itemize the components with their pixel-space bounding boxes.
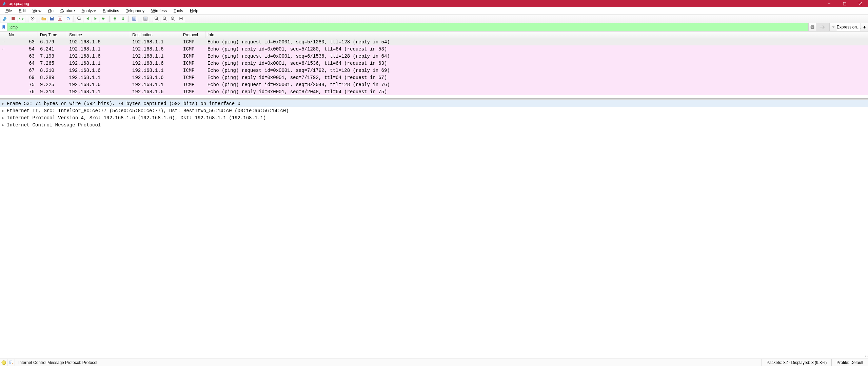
menubar: FileEditViewGoCaptureAnalyzeStatisticsTe… [0,7,868,15]
packet-row[interactable]: ←546.241192.168.1.1192.168.1.6ICMPEcho (… [0,45,868,53]
svg-rect-1 [843,2,846,5]
detail-text: Ethernet II, Src: IntelCor_8c:ce:77 (5c:… [7,108,289,114]
next-button[interactable] [92,15,99,22]
reload-button[interactable] [64,15,72,22]
packet-list-header[interactable]: No Day Time Source Destination Protocol … [0,32,868,38]
titlebar: arp.pcapng [0,0,868,7]
options-button[interactable] [29,15,36,22]
goto-button[interactable] [100,15,107,22]
colorize-button[interactable] [142,15,149,22]
window-title: arp.pcapng [9,1,29,6]
app-icon [2,1,7,6]
svg-rect-8 [51,17,53,18]
expression-button[interactable]: Expression… [837,23,861,31]
svg-point-10 [78,17,80,20]
packet-list: No Day Time Source Destination Protocol … [0,32,868,99]
status-profile[interactable]: Profile: Default [832,359,868,366]
col-header-proto[interactable]: Protocol [181,32,205,38]
capture-file-properties-button[interactable] [7,359,15,366]
svg-point-19 [2,361,6,365]
detail-row[interactable]: ▶Internet Protocol Version 4, Src: 192.1… [0,114,868,121]
packet-row[interactable]: 698.289192.168.1.1192.168.1.6ICMPEcho (p… [0,74,868,81]
svg-point-11 [102,18,103,19]
menu-edit[interactable]: Edit [15,7,29,14]
bookmark-filter-icon[interactable] [0,23,7,31]
detail-row[interactable]: ▶Internet Control Message Protocol [0,121,868,128]
svg-text:1: 1 [172,17,173,19]
menu-capture[interactable]: Capture [57,7,78,14]
detail-text: Frame 53: 74 bytes on wire (592 bits), 7… [7,101,240,106]
chevron-right-icon: ▶ [2,123,7,127]
packet-row[interactable]: 647.265192.168.1.1192.168.1.6ICMPEcho (p… [0,60,868,67]
zoom-reset-button[interactable]: 1 [169,15,177,22]
statusbar: Internet Control Message Protocol: Proto… [0,359,868,366]
packet-row[interactable]: →536.179192.168.1.6192.168.1.1ICMPEcho (… [0,38,868,45]
menu-tools[interactable]: Tools [170,7,186,14]
chevron-right-icon: ▶ [2,109,7,113]
packet-details: ▶Frame 53: 74 bytes on wire (592 bits), … [0,100,868,359]
save-button[interactable] [48,15,56,22]
minimize-button[interactable] [821,0,837,7]
shark-fin-button[interactable] [1,15,9,22]
close-button[interactable] [852,0,868,7]
packet-row[interactable]: 759.225192.168.1.6192.168.1.1ICMPEcho (p… [0,81,868,88]
menu-wireless[interactable]: Wireless [148,7,170,14]
menu-go[interactable]: Go [45,7,57,14]
menu-file[interactable]: File [2,7,15,14]
menu-analyze[interactable]: Analyze [78,7,100,14]
col-header-dest[interactable]: Destination [130,32,181,38]
status-hint: Internet Control Message Protocol: Proto… [15,360,762,365]
svg-point-6 [32,18,33,19]
menu-telephony[interactable]: Telephony [122,7,148,14]
add-filter-button[interactable]: + [861,23,868,31]
maximize-button[interactable] [837,0,852,7]
zoom-in-button[interactable] [153,15,160,22]
resize-indicator: ‹ › [865,354,867,358]
find-button[interactable] [76,15,83,22]
menu-help[interactable]: Help [186,7,202,14]
filter-history-button[interactable] [829,23,837,31]
open-button[interactable] [40,15,47,22]
detail-text: Internet Control Message Protocol [7,122,101,128]
clear-filter-button[interactable] [808,23,816,31]
stop-button[interactable] [9,15,17,22]
toolbar: 1 [0,15,868,23]
display-filter-input[interactable] [7,23,808,31]
svg-rect-4 [12,17,15,20]
zoom-out-button[interactable] [161,15,169,22]
col-header-info[interactable]: Info [205,32,868,38]
prev-button[interactable] [84,15,91,22]
packet-row[interactable]: 769.313192.168.1.1192.168.1.6ICMPEcho (p… [0,88,868,95]
restart-button[interactable] [18,15,25,22]
auto-scroll-button[interactable] [131,15,138,22]
close-button[interactable] [56,15,64,22]
packet-row[interactable]: 637.193192.168.1.6192.168.1.1ICMPEcho (p… [0,53,868,60]
detail-row[interactable]: ▶Frame 53: 74 bytes on wire (592 bits), … [0,100,868,107]
last-button[interactable] [119,15,127,22]
menu-view[interactable]: View [29,7,45,14]
apply-filter-button[interactable] [816,23,829,31]
chevron-right-icon: ▶ [2,116,7,120]
chevron-right-icon: ▶ [2,102,7,106]
filter-bar: Expression… + [0,23,868,32]
first-button[interactable] [111,15,119,22]
detail-row[interactable]: ▶Ethernet II, Src: IntelCor_8c:ce:77 (5c… [0,107,868,114]
col-header-time[interactable]: Day Time [38,32,67,38]
detail-text: Internet Protocol Version 4, Src: 192.16… [7,115,266,121]
menu-statistics[interactable]: Statistics [99,7,122,14]
expert-info-button[interactable] [0,359,7,366]
svg-rect-20 [9,361,12,364]
col-header-source[interactable]: Source [67,32,130,38]
resize-cols-button[interactable] [177,15,185,22]
status-packets: Packets: 82 · Displayed: 8 (9.8%) [762,359,831,366]
packet-row[interactable]: 678.210192.168.1.6192.168.1.1ICMPEcho (p… [0,67,868,74]
col-header-no[interactable]: No [7,32,38,38]
